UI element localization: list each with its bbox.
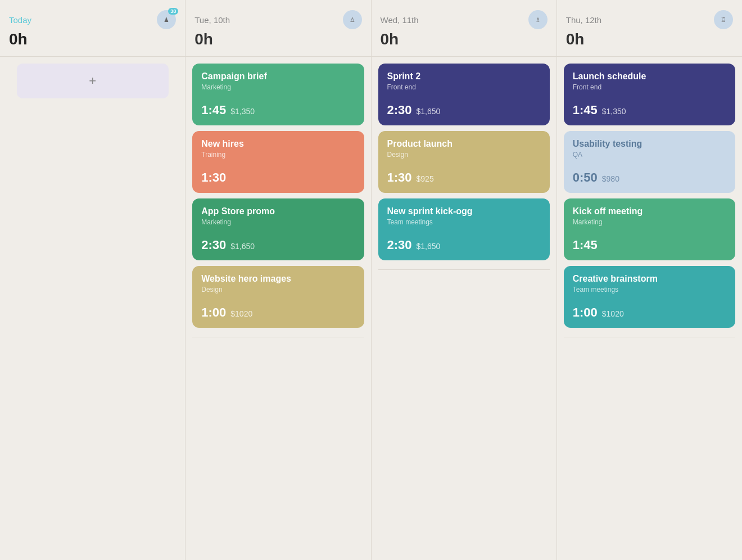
card-c9[interactable]: Usability testingQA0:50$980 xyxy=(564,131,735,193)
column-body-tue: Campaign briefMarketing1:45$1,350New hir… xyxy=(186,57,370,560)
card-amount: $1020 xyxy=(602,309,624,318)
card-time: 1:45 xyxy=(573,238,598,252)
card-subtitle: Marketing xyxy=(573,218,726,226)
card-title: Website hero images xyxy=(201,274,355,284)
card-time: 1:45 xyxy=(573,103,598,118)
column-body-thu: Launch scheduleFront end1:45$1,350Usabil… xyxy=(557,57,742,560)
card-subtitle: Design xyxy=(387,151,541,159)
card-subtitle: Front end xyxy=(573,83,726,91)
card-subtitle: Marketing xyxy=(201,83,355,91)
card-title: Creative brainstorm xyxy=(573,274,726,284)
section-divider xyxy=(564,337,735,337)
card-amount: $1,650 xyxy=(417,107,441,116)
card-amount: $980 xyxy=(602,174,619,183)
card-time: 1:00 xyxy=(201,305,226,320)
day-label-wed: Wed, 11th xyxy=(381,15,419,25)
card-title: Sprint 2 xyxy=(387,71,541,82)
column-header-wed: Wed, 11th♗0h xyxy=(372,0,556,57)
card-subtitle: Team meetings xyxy=(387,218,541,226)
add-entry-button[interactable]: + xyxy=(17,64,169,98)
card-time: 1:00 xyxy=(573,305,598,320)
avatar-wed[interactable]: ♗ xyxy=(528,10,548,29)
hours-label-thu: 0h xyxy=(566,30,733,48)
card-c8[interactable]: Launch scheduleFront end1:45$1,350 xyxy=(564,64,735,125)
card-amount: $1020 xyxy=(230,309,252,318)
day-label-today: Today xyxy=(9,15,31,25)
day-label-thu: Thu, 12th xyxy=(566,15,601,25)
day-label-tue: Tue, 10th xyxy=(194,15,230,25)
calendar-view: Today♟380h+Tue, 10th♙0hCampaign briefMar… xyxy=(0,0,742,560)
column-thu: Thu, 12th♖0hLaunch scheduleFront end1:45… xyxy=(557,0,742,560)
card-amount: $1,650 xyxy=(230,242,255,251)
hours-label-today: 0h xyxy=(9,30,176,48)
card-amount: $925 xyxy=(417,174,434,183)
card-c11[interactable]: Creative brainstormTeam meetings1:00$102… xyxy=(564,266,735,328)
card-title: App Store promo xyxy=(201,206,355,216)
hours-label-wed: 0h xyxy=(381,30,548,48)
column-today: Today♟380h+ xyxy=(0,0,186,560)
card-title: Usability testing xyxy=(573,139,726,149)
card-c6[interactable]: Product launchDesign1:30$925 xyxy=(378,131,550,193)
card-title: Kick off meeting xyxy=(573,206,726,216)
column-body-today: + xyxy=(0,57,185,560)
card-title: Campaign brief xyxy=(201,71,355,82)
card-c4[interactable]: Website hero imagesDesign1:00$1020 xyxy=(192,266,364,328)
card-time: 1:45 xyxy=(201,103,226,118)
column-tue: Tue, 10th♙0hCampaign briefMarketing1:45$… xyxy=(186,0,371,560)
column-header-today: Today♟380h xyxy=(0,0,185,57)
body-spacer xyxy=(192,346,364,553)
card-amount: $1,650 xyxy=(417,242,441,251)
card-title: Product launch xyxy=(387,139,541,149)
column-body-wed: Sprint 2Front end2:30$1,650Product launc… xyxy=(372,57,556,560)
card-c3[interactable]: App Store promoMarketing2:30$1,650 xyxy=(192,198,364,260)
card-subtitle: Team meetings xyxy=(573,286,726,293)
section-divider xyxy=(378,269,550,270)
card-time: 1:30 xyxy=(201,170,226,185)
avatar-thu[interactable]: ♖ xyxy=(714,10,733,29)
column-header-tue: Tue, 10th♙0h xyxy=(186,0,370,57)
card-c2[interactable]: New hiresTraining1:30 xyxy=(192,131,364,193)
card-amount: $1,350 xyxy=(602,107,626,116)
section-divider xyxy=(192,337,364,337)
card-c10[interactable]: Kick off meetingMarketing1:45 xyxy=(564,198,735,260)
card-c1[interactable]: Campaign briefMarketing1:45$1,350 xyxy=(192,64,364,125)
card-c5[interactable]: Sprint 2Front end2:30$1,650 xyxy=(378,64,550,125)
card-time: 0:50 xyxy=(573,170,598,185)
card-subtitle: Design xyxy=(201,286,355,293)
card-subtitle: Training xyxy=(201,151,355,159)
card-subtitle: Marketing xyxy=(201,218,355,226)
body-spacer xyxy=(564,346,735,553)
column-header-thu: Thu, 12th♖0h xyxy=(557,0,742,57)
card-title: New sprint kick-ogg xyxy=(387,206,541,216)
card-time: 2:30 xyxy=(387,238,412,252)
avatar-today[interactable]: ♟38 xyxy=(157,10,176,29)
card-c7[interactable]: New sprint kick-oggTeam meetings2:30$1,6… xyxy=(378,198,550,260)
card-amount: $1,350 xyxy=(230,107,255,116)
column-wed: Wed, 11th♗0hSprint 2Front end2:30$1,650P… xyxy=(372,0,557,560)
body-spacer xyxy=(378,279,550,553)
card-time: 2:30 xyxy=(387,103,412,118)
hours-label-tue: 0h xyxy=(194,30,361,48)
card-subtitle: Front end xyxy=(387,83,541,91)
avatar-badge: 38 xyxy=(168,8,178,15)
card-time: 2:30 xyxy=(201,238,226,252)
card-title: Launch schedule xyxy=(573,71,726,82)
avatar-tue[interactable]: ♙ xyxy=(343,10,362,29)
card-title: New hires xyxy=(201,139,355,149)
card-subtitle: QA xyxy=(573,151,726,159)
card-time: 1:30 xyxy=(387,170,412,185)
